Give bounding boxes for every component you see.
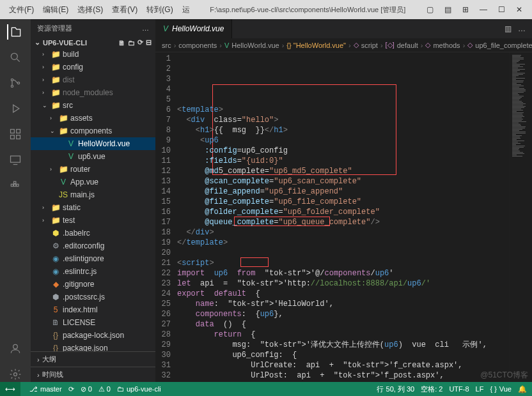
spaces-indicator[interactable]: 空格: 2 xyxy=(421,385,442,394)
split-icon[interactable]: ▥ xyxy=(505,24,512,33)
status-bar: ⟷ ⎇ master ⟳ ⊘ 0 ⚠ 0 🗀 up6-vue-cli 行 50,… xyxy=(0,382,532,396)
tree-item-static[interactable]: ›📁static xyxy=(31,201,155,214)
bell-icon[interactable]: 🔔 xyxy=(518,385,527,393)
menu-file[interactable]: 文件(F) xyxy=(5,3,38,17)
file-icon: 📁 xyxy=(51,88,60,97)
tree-item-label: dist xyxy=(63,75,75,84)
layout-icon[interactable]: ⊞ xyxy=(458,5,473,14)
file-icon: 📁 xyxy=(51,50,60,59)
extensions-icon[interactable] xyxy=(8,126,23,142)
close-button[interactable]: ✕ xyxy=(512,5,527,14)
warnings-indicator[interactable]: ⚠ 0 xyxy=(98,385,111,393)
menu-goto[interactable]: 转到(G) xyxy=(143,3,176,17)
tree-item-label: build xyxy=(63,50,79,59)
search-icon[interactable] xyxy=(8,50,23,65)
tree-item-label: .postcssrc.js xyxy=(63,293,105,301)
svg-rect-12 xyxy=(14,181,16,183)
chevron-icon: › xyxy=(50,166,56,172)
tree-item-src[interactable]: ⌄📁src xyxy=(31,99,155,112)
account-icon[interactable] xyxy=(8,341,23,356)
tree-item-label: LICENSE xyxy=(63,318,95,327)
window-controls: ▢ ▤ ⊞ — ☐ ✕ xyxy=(422,5,527,14)
explorer-icon[interactable] xyxy=(7,24,22,40)
svg-rect-9 xyxy=(11,184,13,186)
encoding-indicator[interactable]: UTF-8 xyxy=(449,385,469,393)
max-button[interactable]: ☐ xyxy=(494,5,509,14)
tree-item-label: App.vue xyxy=(70,178,98,187)
more-icon[interactable]: … xyxy=(518,24,526,33)
collapse-icon[interactable]: ⊟ xyxy=(146,38,152,47)
remote-icon[interactable] xyxy=(8,152,23,167)
tree-item-label: package-lock.json xyxy=(63,331,124,340)
menu-view[interactable]: 查看(V) xyxy=(108,3,141,17)
svg-rect-4 xyxy=(11,130,15,133)
file-icon: JS xyxy=(59,190,68,199)
debug-icon[interactable] xyxy=(8,101,23,116)
tree-item-build[interactable]: ›📁build xyxy=(31,48,155,61)
tree-item-main-js[interactable]: JSmain.js xyxy=(31,188,155,201)
eol-indicator[interactable]: LF xyxy=(476,385,484,393)
svg-rect-11 xyxy=(17,184,19,186)
gear-icon[interactable] xyxy=(8,367,23,382)
new-file-icon[interactable]: 🗎 xyxy=(118,39,125,47)
file-icon: ⚙ xyxy=(51,241,60,250)
sync-button[interactable]: ⟳ xyxy=(68,385,74,393)
tree-item-helloworld-vue[interactable]: VHelloWorld.vue xyxy=(31,137,155,150)
tab-bar: V HelloWorld.vue ▥ … xyxy=(155,19,532,38)
minimap[interactable] xyxy=(509,52,532,382)
svg-rect-10 xyxy=(14,184,16,186)
new-folder-icon[interactable]: 🗀 xyxy=(128,39,135,47)
tree-item-dist[interactable]: ›📁dist xyxy=(31,73,155,86)
line-col[interactable]: 行 50, 列 30 xyxy=(377,385,414,394)
tree-item-node-modules[interactable]: ›📁node_modules xyxy=(31,86,155,99)
menu-run[interactable]: 运 xyxy=(178,3,194,17)
chevron-icon: › xyxy=(50,115,56,121)
tree-item-label: HelloWorld.vue xyxy=(78,139,130,148)
project-header[interactable]: ⌄ UP6-VUE-CLI 🗎 🗀 ⟳ ⊟ xyxy=(31,37,155,48)
breadcrumbs[interactable]: src› components› V HelloWorld.vue› {} "H… xyxy=(155,38,532,52)
tree-item-license[interactable]: 🗎LICENSE xyxy=(31,316,155,329)
tree-item--eslintrc-js[interactable]: ◉.eslintrc.js xyxy=(31,265,155,278)
tree-item--eslintignore[interactable]: ◉.eslintignore xyxy=(31,252,155,265)
layout-icon[interactable]: ▤ xyxy=(440,5,455,14)
more-icon[interactable]: … xyxy=(142,24,149,32)
tree-item-package-lock-json[interactable]: {}package-lock.json xyxy=(31,329,155,342)
refresh-icon[interactable]: ⟳ xyxy=(137,38,143,47)
tree-item-components[interactable]: ⌄📁components xyxy=(31,125,155,137)
vue-icon: V xyxy=(163,24,168,33)
file-icon: ⬢ xyxy=(51,229,60,238)
tree-item-up6-vue[interactable]: Vup6.vue xyxy=(31,150,155,163)
tree-item-app-vue[interactable]: VApp.vue xyxy=(31,176,155,188)
sidebar-title: 资源管理器 … xyxy=(31,19,155,37)
file-icon: 📁 xyxy=(59,114,68,123)
tree-item-index-html[interactable]: 5index.html xyxy=(31,303,155,316)
tree-item--babelrc[interactable]: ⬢.babelrc xyxy=(31,227,155,240)
outline-section[interactable]: ›大纲 xyxy=(31,351,155,367)
menu-select[interactable]: 选择(S) xyxy=(74,3,107,17)
tree-item--gitignore[interactable]: ◆.gitignore xyxy=(31,278,155,291)
sidebar: 资源管理器 … ⌄ UP6-VUE-CLI 🗎 🗀 ⟳ ⊟ ›📁build›📁c… xyxy=(31,19,155,382)
lang-indicator[interactable]: { } Vue xyxy=(490,385,512,393)
folder-indicator[interactable]: 🗀 up6-vue-cli xyxy=(117,385,161,393)
menu-bar: 文件(F) 编辑(E) 选择(S) 查看(V) 转到(G) 运 xyxy=(5,3,194,17)
remote-indicator[interactable]: ⟷ xyxy=(0,382,20,396)
tree-item--postcssrc-js[interactable]: ⬢.postcssrc.js xyxy=(31,291,155,303)
timeline-section[interactable]: ›时间线 xyxy=(31,367,155,382)
file-icon: 📁 xyxy=(51,63,60,72)
docker-icon[interactable] xyxy=(8,178,23,193)
tree-item-test[interactable]: ›📁test xyxy=(31,214,155,227)
layout-icon[interactable]: ▢ xyxy=(422,5,437,14)
menu-edit[interactable]: 编辑(E) xyxy=(39,3,72,17)
errors-indicator[interactable]: ⊘ 0 xyxy=(81,385,92,393)
tree-item-router[interactable]: ›📁router xyxy=(31,163,155,176)
file-icon: V xyxy=(59,178,68,187)
tree-item-config[interactable]: ›📁config xyxy=(31,61,155,73)
tree-item--editorconfig[interactable]: ⚙.editorconfig xyxy=(31,240,155,252)
tab-helloworld[interactable]: V HelloWorld.vue xyxy=(155,19,232,38)
branch-indicator[interactable]: ⎇ master xyxy=(29,385,62,393)
tree-item-package-json[interactable]: {}package.json xyxy=(31,342,155,351)
scm-icon[interactable] xyxy=(8,75,23,91)
code-editor[interactable]: 1234567891011121314151617181920212223242… xyxy=(155,52,532,382)
tree-item-assets[interactable]: ›📁assets xyxy=(31,112,155,125)
min-button[interactable]: — xyxy=(476,5,491,14)
